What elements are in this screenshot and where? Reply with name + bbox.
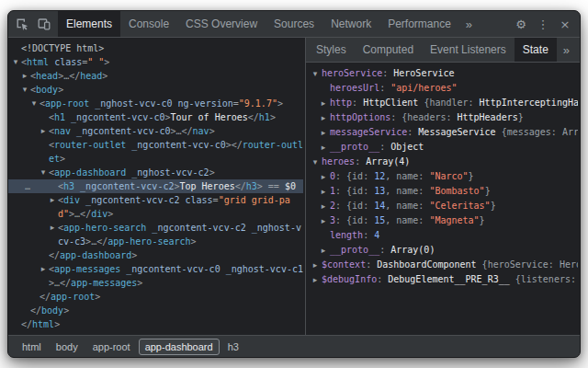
crumb-app-dashboard[interactable]: app-dashboard [139, 339, 220, 355]
token-g: > [107, 209, 113, 219]
token-g: > [58, 85, 63, 95]
sidebar-tab-styles[interactable]: Styles [308, 38, 355, 62]
state-property-row[interactable]: ▸0: {id: 12, name: "Narco"} [306, 169, 578, 184]
expand-arrow-icon[interactable]: ▸ [319, 199, 328, 213]
dom-tree-row[interactable]: </body> [8, 304, 303, 317]
state-property-row[interactable]: ▾heroes: Array(4) [306, 155, 578, 169]
expand-arrow-icon[interactable]: ▸ [319, 140, 328, 155]
expand-arrow-icon[interactable]: ▸ [319, 96, 328, 110]
token-t: html [32, 319, 54, 329]
sidebar-tab-overflow-chevron[interactable]: » [557, 38, 576, 62]
expand-arrow-icon[interactable]: ▸ [311, 272, 320, 287]
dom-tree-row[interactable]: ▸<div _ngcontent-vcv-c2 class="grid grid… [8, 193, 303, 221]
crumb-body[interactable]: body [50, 339, 85, 355]
state-property-row[interactable]: ▸__proto__: Object [306, 140, 578, 155]
token-k: heroesUrl [330, 83, 379, 93]
state-property-row[interactable]: ▸$context: DashboardComponent {heroServi… [306, 258, 578, 272]
tab-performance[interactable]: Performance [379, 11, 459, 37]
more-options-button[interactable]: ⋮ [532, 13, 554, 35]
dom-tree-row[interactable]: ▸<nav _ngcontent-vcv-c0>…</nav> [8, 124, 303, 138]
collapse-arrow-icon[interactable]: ▾ [311, 155, 320, 169]
tab-elements[interactable]: Elements [58, 11, 120, 37]
dom-tree-row[interactable]: ▸<head>…</head> [8, 69, 303, 83]
toolbar-right-icons: ⚙ ⋮ × [510, 11, 580, 37]
tab-console[interactable]: Console [120, 11, 177, 37]
expand-arrow-icon[interactable]: ▸ [319, 125, 328, 140]
expand-arrow-icon[interactable]: ▸ [39, 124, 48, 138]
state-property-row[interactable]: ▸3: {id: 15, name: "Magneta"} [306, 213, 578, 228]
expand-arrow-icon[interactable]: ▸ [319, 110, 328, 125]
token-p: , name: [385, 171, 429, 181]
dom-tree-row[interactable]: </html> [8, 317, 303, 331]
token-a: _nghost-vcv-c2 [126, 167, 209, 178]
settings-button[interactable]: ⚙ [510, 13, 532, 35]
collapse-arrow-icon[interactable]: ▾ [311, 66, 320, 81]
device-toolbar-button[interactable] [33, 13, 55, 35]
tab-sources[interactable]: Sources [266, 11, 322, 37]
device-toolbar-icon [38, 17, 51, 30]
dom-tree-row[interactable]: ▾<html class=" "> [8, 55, 303, 69]
crumb-h3[interactable]: h3 [221, 339, 245, 355]
state-property-row[interactable]: ▸messageService: MessageService {message… [306, 125, 578, 140]
kebab-menu-icon: ⋮ [537, 18, 549, 30]
state-property-row[interactable]: ▸$debugInfo: DebugElement__PRE_R3__ {lis… [306, 272, 578, 287]
state-property-row[interactable]: ▾heroService: HeroService [306, 66, 578, 81]
dom-tree-row[interactable]: <h1 _ngcontent-vcv-c0>Tour of Heroes</h1… [8, 110, 303, 124]
token-g: > [270, 112, 276, 122]
node-options-icon[interactable]: … [25, 179, 30, 193]
sidebar-tab-computed[interactable]: Computed [355, 38, 422, 62]
inspect-element-button[interactable] [11, 13, 33, 35]
expand-arrow-icon[interactable]: ▸ [20, 69, 29, 83]
dom-tree-row[interactable]: ▸<app-hero-search _ngcontent-vcv-c2 _ngh… [8, 221, 303, 248]
state-property-row[interactable]: ▸1: {id: 13, name: "Bombasto"} [306, 184, 578, 199]
collapse-arrow-icon[interactable]: ▾ [39, 166, 48, 179]
token-p: : [363, 230, 374, 240]
dom-tree-row[interactable]: ▸<app-messages _ngcontent-vcv-c0 _nghost… [8, 262, 303, 290]
close-devtools-button[interactable]: × [554, 13, 576, 35]
dom-tree-row[interactable]: ▾<app-dashboard _nghost-vcv-c2> [8, 166, 303, 179]
collapse-arrow-icon[interactable]: ▾ [11, 55, 20, 69]
crumb-app-root[interactable]: app-root [86, 339, 137, 355]
token-s: "Narco" [429, 171, 468, 181]
token-c: HeroService [393, 68, 454, 78]
collapse-arrow-icon[interactable]: ▾ [20, 83, 29, 97]
expand-arrow-icon[interactable]: ▸ [319, 169, 328, 184]
sidebar-tab-event-listeners[interactable]: Event Listeners [422, 38, 514, 62]
token-t: app-hero-search [107, 236, 190, 247]
expand-arrow-icon[interactable]: ▸ [39, 262, 48, 276]
token-k: $context [322, 259, 366, 270]
dom-tree-row[interactable]: </app-root> [8, 290, 303, 304]
dom-tree-row[interactable]: …<h3 _ngcontent-vcv-c2>Top Heroes</h3> =… [8, 179, 303, 193]
dom-tree-row[interactable]: <router-outlet _ngcontent-vcv-c0></route… [8, 138, 303, 166]
tab-css-overview[interactable]: CSS Overview [177, 11, 266, 37]
state-property-row[interactable]: ▸__proto__: Array(0) [306, 243, 578, 258]
sidebar-tab-state[interactable]: State [514, 38, 557, 62]
state-property-row[interactable]: ▸httpOptions: {headers: HttpHeaders} [306, 110, 578, 125]
dom-tree-row[interactable]: ▾<app-root _nghost-vcv-c0 ng-version="9.… [8, 97, 303, 110]
expand-arrow-icon[interactable]: ▸ [48, 193, 57, 207]
expand-arrow-icon[interactable]: ▸ [319, 243, 328, 258]
token-p: : [379, 245, 390, 255]
dom-tree-row[interactable]: ▾<body> [8, 83, 303, 97]
dom-tree-row[interactable]: <!DOCTYPE html> [8, 41, 303, 55]
state-property-row[interactable]: ▸http: HttpClient {handler: HttpIntercep… [306, 96, 578, 110]
dom-tree-row[interactable]: </app-dashboard> [8, 248, 303, 262]
expand-arrow-icon[interactable]: ▸ [311, 258, 320, 272]
expand-arrow-icon[interactable]: ▸ [48, 221, 57, 235]
crumb-html[interactable]: html [16, 339, 48, 355]
token-g: > [95, 292, 100, 302]
tab-overflow-chevron[interactable]: » [459, 11, 479, 37]
state-property-row[interactable]: heroesUrl: "api/heroes" [306, 81, 578, 96]
expand-arrow-icon[interactable]: ▸ [319, 184, 328, 199]
state-property-row[interactable]: ▸2: {id: 14, name: "Celeritas"} [306, 199, 578, 213]
sidebar-tab-strip: StylesComputedEvent ListenersState» [306, 38, 580, 63]
token-a: _ngcontent-vcv-c2 [74, 181, 174, 191]
expand-arrow-icon[interactable]: ▸ [319, 213, 328, 228]
state-property-row[interactable]: length: 4 [306, 228, 578, 243]
token-p: } [491, 201, 496, 211]
token-s: "Bombasto" [429, 186, 484, 196]
token-v: "9.1.7" [239, 98, 277, 109]
collapse-arrow-icon[interactable]: ▾ [29, 97, 39, 110]
tab-network[interactable]: Network [322, 11, 379, 37]
token-c: Array(4) [366, 156, 410, 167]
